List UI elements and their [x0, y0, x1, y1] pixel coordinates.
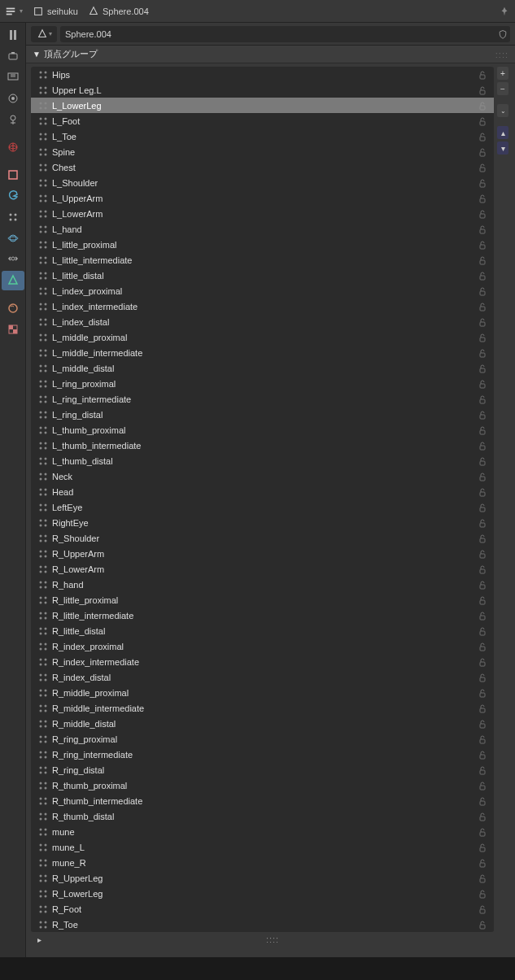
lock-icon[interactable] [478, 796, 487, 806]
remove-vertex-group-button[interactable]: − [497, 82, 508, 95]
lock-icon[interactable] [478, 595, 487, 605]
lock-icon[interactable] [478, 410, 487, 420]
vertex-group-row[interactable]: R_index_proximal [31, 638, 494, 654]
properties-type-selector[interactable]: ▾ [5, 6, 23, 17]
tab-viewlayer[interactable] [2, 89, 24, 108]
lock-icon[interactable] [478, 873, 487, 883]
fake-user-button[interactable] [495, 26, 510, 42]
vertex-group-row[interactable]: R_UpperLeg [31, 870, 494, 886]
vertex-group-row[interactable]: R_thumb_intermediate [31, 793, 494, 808]
vertex-group-row[interactable]: L_ring_proximal [31, 376, 494, 391]
breadcrumb-object[interactable]: Sphere.004 [88, 6, 149, 17]
lock-icon[interactable] [478, 487, 487, 497]
lock-icon[interactable] [478, 673, 487, 682]
lock-icon[interactable] [478, 85, 487, 95]
vertex-group-row[interactable]: R_thumb_distal [31, 808, 494, 824]
vertex-group-row[interactable]: R_ring_proximal [31, 731, 494, 747]
vertex-group-row[interactable]: mune_R [31, 855, 494, 870]
lock-icon[interactable] [478, 611, 487, 621]
lock-icon[interactable] [478, 286, 487, 296]
vertex-group-list[interactable]: HipsUpper Leg.LL_LowerLegL_FootL_ToeSpin… [31, 67, 494, 932]
lock-icon[interactable] [478, 101, 487, 111]
vertex-group-row[interactable]: mune [31, 824, 494, 839]
lock-icon[interactable] [478, 163, 487, 172]
lock-icon[interactable] [478, 503, 487, 512]
vertex-group-row[interactable]: R_UpperArm [31, 546, 494, 561]
vertex-group-row[interactable]: Head [31, 484, 494, 499]
vertex-group-row[interactable]: Chest [31, 159, 494, 175]
vertex-group-row[interactable]: R_Foot [31, 901, 494, 917]
vertex-group-row[interactable]: L_thumb_distal [31, 453, 494, 468]
vertex-group-row[interactable]: Neck [31, 468, 494, 484]
lock-icon[interactable] [478, 657, 487, 667]
vertex-group-row[interactable]: L_middle_intermediate [31, 345, 494, 360]
vertex-group-row[interactable]: L_Foot [31, 113, 494, 128]
lock-icon[interactable] [478, 441, 487, 451]
lock-icon[interactable] [478, 209, 487, 219]
lock-icon[interactable] [478, 518, 487, 528]
vertex-group-row[interactable]: L_UpperArm [31, 190, 494, 206]
lock-icon[interactable] [478, 580, 487, 590]
tab-data[interactable] [2, 271, 24, 290]
vertex-group-row[interactable]: R_LowerArm [31, 561, 494, 577]
lock-icon[interactable] [478, 843, 487, 852]
vertex-group-row[interactable]: L_hand [31, 221, 494, 237]
vertex-group-row[interactable]: R_little_proximal [31, 592, 494, 608]
vertex-group-row[interactable]: mune_L [31, 839, 494, 855]
lock-icon[interactable] [478, 904, 487, 914]
vertex-group-row[interactable]: R_Shoulder [31, 530, 494, 546]
tab-object[interactable] [2, 165, 24, 185]
vertex-group-row[interactable]: R_hand [31, 577, 494, 592]
vertex-group-row[interactable]: L_Toe [31, 128, 494, 144]
lock-icon[interactable] [478, 224, 487, 234]
vertex-group-row[interactable]: L_LowerLeg [31, 98, 494, 113]
lock-icon[interactable] [478, 472, 487, 481]
lock-icon[interactable] [478, 194, 487, 203]
expand-row[interactable]: ▸ :::: [26, 932, 515, 947]
vertex-group-row[interactable]: LeftEye [31, 499, 494, 515]
lock-icon[interactable] [478, 317, 487, 327]
vertex-group-row[interactable]: L_LowerArm [31, 206, 494, 221]
vertex-group-row[interactable]: R_ring_intermediate [31, 747, 494, 762]
lock-icon[interactable] [478, 858, 487, 868]
lock-icon[interactable] [478, 564, 487, 574]
tab-render[interactable] [2, 46, 24, 66]
lock-icon[interactable] [478, 255, 487, 265]
vertex-group-row[interactable]: L_little_intermediate [31, 252, 494, 268]
lock-icon[interactable] [478, 333, 487, 342]
vertex-group-row[interactable]: L_little_distal [31, 268, 494, 283]
lock-icon[interactable] [478, 642, 487, 651]
vertex-group-row[interactable]: R_thumb_proximal [31, 777, 494, 793]
move-up-button[interactable]: ▴ [497, 126, 508, 139]
vertex-group-row[interactable]: R_middle_intermediate [31, 700, 494, 716]
vertex-group-row[interactable]: R_LowerLeg [31, 886, 494, 901]
lock-icon[interactable] [478, 703, 487, 713]
lock-icon[interactable] [478, 812, 487, 821]
lock-icon[interactable] [478, 765, 487, 775]
vertex-group-row[interactable]: L_middle_distal [31, 360, 494, 376]
lock-icon[interactable] [478, 240, 487, 250]
vertex-group-row[interactable]: R_middle_distal [31, 716, 494, 731]
tab-material[interactable] [2, 298, 24, 318]
vertex-group-row[interactable]: L_index_intermediate [31, 298, 494, 314]
vertex-group-row[interactable]: L_thumb_intermediate [31, 438, 494, 453]
vertex-group-row[interactable]: R_little_intermediate [31, 608, 494, 623]
lock-icon[interactable] [478, 132, 487, 142]
lock-icon[interactable] [478, 920, 487, 930]
vertex-group-row[interactable]: L_little_proximal [31, 237, 494, 252]
tab-constraint[interactable] [2, 250, 24, 269]
pin-icon[interactable] [499, 6, 510, 17]
tab-tool[interactable] [2, 25, 24, 45]
lock-icon[interactable] [478, 425, 487, 435]
tab-particle[interactable] [2, 207, 24, 227]
vertex-group-row[interactable]: R_little_distal [31, 623, 494, 638]
vertex-group-row[interactable]: L_thumb_proximal [31, 422, 494, 438]
vertex-group-row[interactable]: L_index_proximal [31, 283, 494, 298]
lock-icon[interactable] [478, 394, 487, 404]
vertex-group-row[interactable]: R_Toe [31, 917, 494, 932]
lock-icon[interactable] [478, 549, 487, 559]
lock-icon[interactable] [478, 688, 487, 698]
datablock-name-field[interactable]: Sphere.004 [60, 26, 495, 42]
lock-icon[interactable] [478, 456, 487, 466]
lock-icon[interactable] [478, 734, 487, 744]
